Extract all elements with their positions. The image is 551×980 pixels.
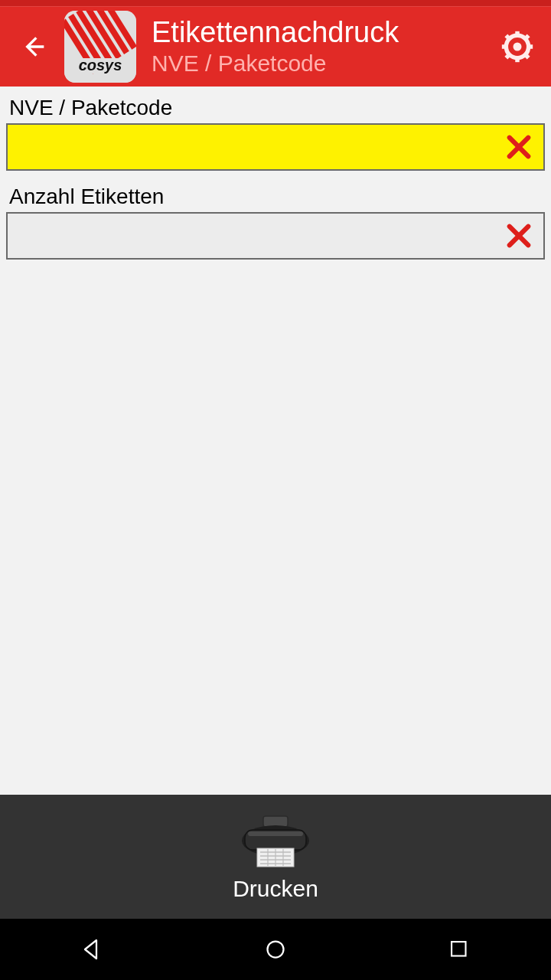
nav-back-button[interactable] — [54, 926, 130, 972]
back-button[interactable] — [8, 21, 60, 73]
arrow-left-icon — [18, 31, 49, 62]
svg-rect-26 — [248, 831, 303, 836]
anzahl-clear-button[interactable] — [497, 215, 540, 256]
svg-rect-36 — [452, 942, 465, 956]
app-logo: cosys — [64, 11, 136, 83]
nav-home-button[interactable] — [237, 926, 314, 972]
android-nav-bar — [0, 919, 551, 980]
svg-line-17 — [506, 54, 510, 58]
anzahl-label: Anzahl Etiketten — [9, 185, 545, 209]
barcode-logo-icon: cosys — [64, 11, 136, 83]
settings-button[interactable] — [497, 27, 537, 67]
anzahl-input[interactable] — [8, 214, 497, 258]
paketcode-clear-button[interactable] — [497, 126, 540, 168]
svg-line-15 — [506, 35, 510, 40]
svg-point-35 — [268, 942, 284, 958]
close-icon — [503, 220, 535, 252]
paketcode-group: NVE / Paketcode — [6, 96, 545, 171]
printer-icon — [237, 812, 314, 873]
square-recents-icon — [446, 936, 472, 962]
print-button[interactable]: Drucken — [0, 795, 551, 919]
page-title: Etikettennachdruck — [152, 17, 497, 49]
form-content: NVE / Paketcode Anzahl Etiketten — [0, 87, 551, 795]
svg-line-18 — [524, 35, 529, 40]
nav-recents-button[interactable] — [421, 926, 497, 972]
svg-text:cosys: cosys — [79, 57, 122, 74]
print-label: Drucken — [233, 876, 318, 902]
anzahl-group: Anzahl Etiketten — [6, 185, 545, 260]
paketcode-label: NVE / Paketcode — [9, 96, 545, 120]
svg-rect-23 — [263, 816, 288, 827]
page-subtitle: NVE / Paketcode — [152, 51, 497, 77]
close-icon — [503, 131, 535, 163]
paketcode-input[interactable] — [8, 125, 497, 169]
circle-home-icon — [262, 936, 289, 963]
svg-point-10 — [514, 43, 522, 51]
triangle-back-icon — [78, 936, 106, 963]
status-bar — [0, 0, 551, 6]
anzahl-field — [6, 212, 545, 260]
gear-icon — [500, 30, 534, 64]
svg-line-16 — [524, 54, 529, 58]
app-header: cosys Etikettennachdruck NVE / Paketcode — [0, 6, 551, 87]
paketcode-field — [6, 123, 545, 171]
